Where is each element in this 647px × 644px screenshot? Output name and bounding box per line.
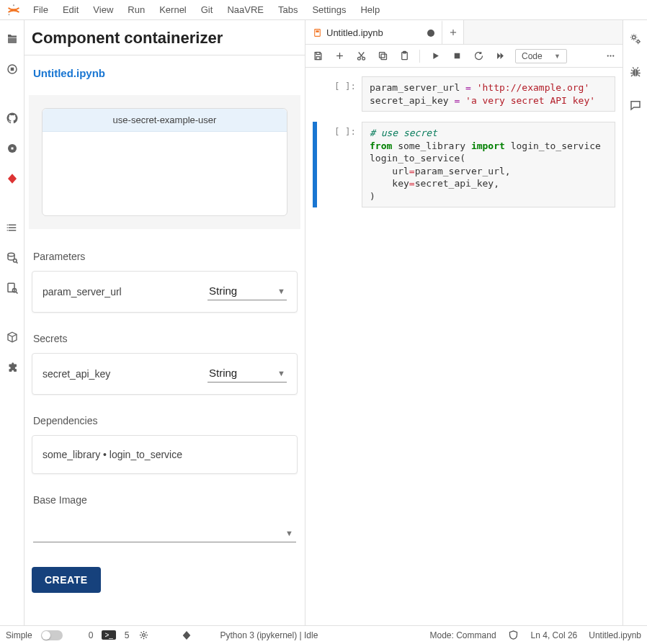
dependencies-text: some_library • login_to_service bbox=[43, 449, 182, 460]
tab-row: Untitled.ipynb bbox=[305, 20, 623, 45]
cube-icon[interactable] bbox=[5, 330, 19, 344]
simple-label: Simple bbox=[6, 630, 32, 640]
kernel-status-text[interactable]: Python 3 (ipykernel) | Idle bbox=[220, 630, 318, 640]
right-sidebar bbox=[623, 20, 647, 625]
github-icon[interactable] bbox=[5, 111, 19, 125]
svg-point-27 bbox=[362, 57, 365, 60]
notebook-area: Untitled.ipynb Code bbox=[305, 20, 623, 625]
kernel-count[interactable]: 5 bbox=[125, 630, 130, 640]
svg-rect-30 bbox=[381, 54, 387, 60]
add-cell-icon[interactable] bbox=[333, 50, 346, 63]
menu-item-file[interactable]: File bbox=[26, 1, 55, 18]
activity-bar bbox=[0, 20, 24, 625]
svg-rect-23 bbox=[316, 57, 320, 60]
dependencies-label: Dependencies bbox=[33, 415, 296, 426]
run-all-icon[interactable] bbox=[494, 50, 507, 63]
node-card: use-secret-example-user bbox=[42, 108, 287, 216]
menu-item-settings[interactable]: Settings bbox=[305, 1, 353, 18]
cell-code[interactable]: param_server_url = 'http://example.org' … bbox=[362, 76, 615, 112]
menu-item-naavre[interactable]: NaaVRE bbox=[220, 1, 271, 18]
notebook-tab[interactable]: Untitled.ipynb bbox=[305, 20, 442, 44]
secret-type-select[interactable]: String ▼ bbox=[208, 365, 287, 383]
folder-icon[interactable] bbox=[5, 32, 19, 46]
chat-icon[interactable] bbox=[628, 98, 643, 112]
create-button[interactable]: CREATE bbox=[32, 567, 101, 593]
svg-point-9 bbox=[6, 225, 8, 226]
svg-point-12 bbox=[8, 253, 14, 256]
more-icon[interactable] bbox=[604, 50, 617, 63]
kernel-sessions-icon[interactable] bbox=[138, 630, 149, 641]
svg-rect-18 bbox=[315, 30, 321, 37]
bug-icon[interactable] bbox=[628, 65, 643, 79]
paste-icon[interactable] bbox=[398, 50, 411, 63]
menu-item-tabs[interactable]: Tabs bbox=[271, 1, 305, 18]
secret-name: secret_api_key bbox=[43, 368, 110, 380]
add-tab-button[interactable] bbox=[442, 20, 464, 44]
dependencies-row: some_library • login_to_service bbox=[32, 435, 298, 474]
toc-icon[interactable] bbox=[5, 220, 19, 235]
svg-point-13 bbox=[13, 259, 17, 263]
node-card-header: use-secret-example-user bbox=[43, 109, 287, 132]
menu-item-view[interactable]: View bbox=[86, 1, 120, 18]
search-db-icon[interactable] bbox=[5, 251, 19, 265]
svg-rect-22 bbox=[316, 53, 320, 55]
menu-item-git[interactable]: Git bbox=[194, 1, 220, 18]
parameter-name: param_server_url bbox=[43, 286, 122, 298]
save-icon[interactable] bbox=[311, 50, 324, 63]
svg-rect-31 bbox=[379, 53, 385, 58]
terminal-count[interactable]: 0 bbox=[89, 630, 94, 640]
running-icon[interactable] bbox=[5, 62, 19, 76]
svg-point-39 bbox=[637, 40, 639, 43]
parameter-type-select[interactable]: String ▼ bbox=[208, 283, 287, 300]
notebook-body[interactable]: [ ]:param_server_url = 'http://example.o… bbox=[305, 68, 623, 625]
menu-item-kernel[interactable]: Kernel bbox=[152, 1, 194, 18]
gears-icon[interactable] bbox=[628, 32, 643, 46]
menu-item-help[interactable]: Help bbox=[353, 1, 387, 18]
search-doc-icon[interactable] bbox=[5, 281, 19, 295]
menu-item-edit[interactable]: Edit bbox=[55, 1, 86, 18]
secrets-label: Secrets bbox=[33, 333, 296, 344]
diamond-icon[interactable] bbox=[5, 171, 19, 186]
cell-prompt: [ ]: bbox=[318, 76, 362, 112]
run-icon[interactable] bbox=[429, 50, 442, 63]
baseimage-select[interactable]: ▼ bbox=[33, 519, 296, 542]
svg-point-11 bbox=[6, 230, 8, 231]
svg-point-1 bbox=[9, 14, 10, 15]
panel-subtitle: Untitled.ipynb bbox=[24, 55, 305, 82]
cell-type-select[interactable]: Code ▼ bbox=[515, 49, 567, 63]
notebook-toolbar: Code ▼ bbox=[305, 45, 623, 68]
jupyter-logo bbox=[6, 2, 22, 18]
restart-icon[interactable] bbox=[472, 50, 485, 63]
chevron-down-icon: ▼ bbox=[277, 287, 285, 295]
panel-title: Component containerizer bbox=[24, 20, 305, 55]
cell-code[interactable]: # use secret from some_library import lo… bbox=[362, 122, 615, 207]
side-panel: Component containerizer Untitled.ipynb u… bbox=[24, 20, 305, 625]
mode-text[interactable]: Mode: Command bbox=[430, 630, 496, 640]
svg-point-26 bbox=[357, 57, 360, 60]
cell-type-value: Code bbox=[522, 51, 543, 61]
terminal-icon[interactable]: >_ bbox=[102, 630, 115, 640]
notebook-file-icon bbox=[313, 28, 322, 37]
svg-point-42 bbox=[143, 634, 146, 637]
secret-type-value: String bbox=[209, 367, 237, 379]
baseimage-label: Base Image bbox=[33, 494, 296, 506]
svg-point-0 bbox=[13, 4, 14, 6]
code-cell[interactable]: [ ]:param_server_url = 'http://example.o… bbox=[313, 76, 615, 112]
code-cell[interactable]: [ ]:# use secret from some_library impor… bbox=[313, 122, 615, 207]
svg-point-37 bbox=[612, 55, 614, 56]
copy-icon[interactable] bbox=[376, 50, 389, 63]
file-text[interactable]: Untitled.ipynb bbox=[589, 630, 641, 640]
puzzle-icon[interactable] bbox=[5, 360, 19, 375]
trust-icon[interactable] bbox=[508, 630, 519, 641]
stop-icon[interactable] bbox=[450, 50, 463, 63]
git-branch-icon[interactable] bbox=[181, 630, 192, 641]
cut-icon[interactable] bbox=[354, 50, 367, 63]
svg-point-38 bbox=[632, 36, 635, 40]
chevron-down-icon: ▼ bbox=[277, 369, 285, 377]
svg-rect-19 bbox=[316, 30, 318, 32]
simple-toggle[interactable] bbox=[41, 630, 63, 640]
menu-item-run[interactable]: Run bbox=[120, 1, 152, 18]
lncol-text[interactable]: Ln 4, Col 26 bbox=[531, 630, 578, 640]
circle-stop-icon[interactable] bbox=[5, 141, 19, 156]
parameters-label: Parameters bbox=[33, 251, 296, 262]
